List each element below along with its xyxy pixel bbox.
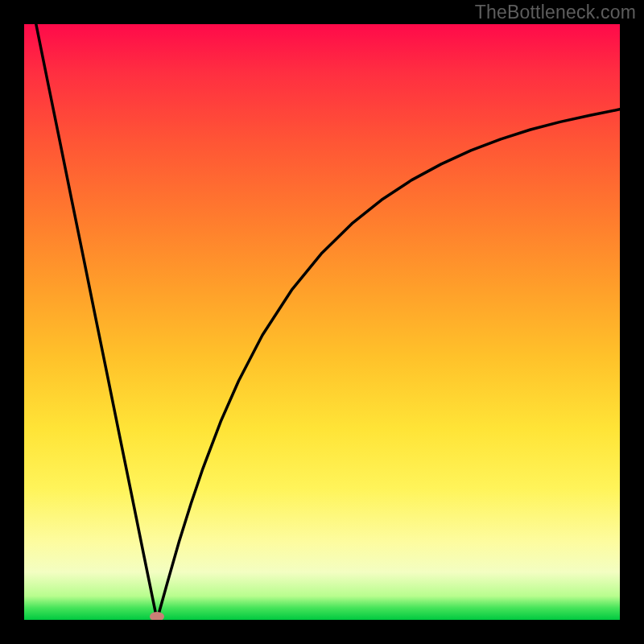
- watermark-text: TheBottleneck.com: [475, 2, 636, 23]
- minimum-marker-icon: [150, 612, 164, 620]
- chart-frame: TheBottleneck.com: [0, 0, 644, 644]
- bottleneck-curve: [24, 24, 620, 620]
- plot-area: [24, 24, 620, 620]
